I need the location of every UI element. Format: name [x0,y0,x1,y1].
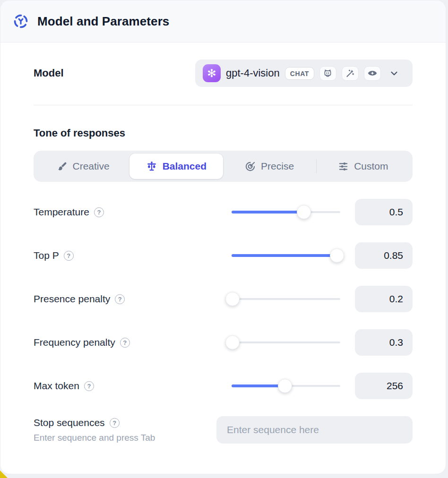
panel-title: Model and Parameters [37,14,169,29]
tab-label: Balanced [163,161,207,172]
slider-knob[interactable] [225,292,240,306]
tab-label: Creative [73,161,110,172]
help-icon[interactable]: ? [120,338,130,348]
frequency-penalty-value[interactable]: 0.3 [355,329,413,356]
presence-penalty-value[interactable]: 0.2 [355,286,413,312]
temperature-value[interactable]: 0.5 [355,199,413,225]
max-token-row: Max token ? 256 [34,373,413,399]
chat-type-badge: CHAT [285,67,314,80]
selected-model-name: gpt-4-vision [226,67,280,79]
stop-sequence-input[interactable] [216,416,413,444]
top-p-row: Top P ? 0.85 [34,242,413,269]
slider-fill [232,384,285,387]
top-p-value[interactable]: 0.85 [355,242,413,269]
slider-track [232,298,340,300]
robot-icon [319,66,336,81]
tab-label: Precise [261,161,294,172]
model-label: Model [34,67,195,79]
max-token-value[interactable]: 256 [355,373,413,399]
help-icon[interactable]: ? [110,418,120,428]
model-select[interactable]: ✻ gpt-4-vision CHAT [195,60,413,87]
sliders-icon [338,161,349,172]
tab-label: Custom [354,161,388,172]
stop-sequences-helper: Enter sequence and press Tab [34,433,216,443]
model-row: Model ✻ gpt-4-vision CHAT [34,60,413,87]
frequency-penalty-row: Frequency penalty ? 0.3 [34,329,413,356]
openai-logo: ✻ [203,64,221,82]
help-icon[interactable]: ? [84,381,94,391]
slider-knob[interactable] [225,335,240,350]
stop-sequences-row: Stop sequences ? Enter sequence and pres… [34,416,413,444]
presence-penalty-label: Presence penalty [34,293,110,305]
slider-fill [232,211,304,213]
tab-creative[interactable]: Creative [36,154,129,179]
tab-balanced[interactable]: Balanced [129,154,223,179]
frequency-penalty-slider[interactable] [232,335,340,350]
chevron-down-icon [389,68,399,78]
slider-knob[interactable] [297,205,311,219]
max-token-label: Max token [34,380,79,392]
help-icon[interactable]: ? [94,207,104,217]
slider-knob[interactable] [330,248,344,263]
tab-custom[interactable]: Custom [317,154,410,179]
model-nodes-icon [13,13,29,29]
magic-wand-icon [342,66,359,81]
paintbrush-icon [57,161,68,172]
tab-precise[interactable]: Precise [223,154,316,179]
tone-tab-bar: Creative Balanced [34,151,413,182]
model-parameters-panel: Model and Parameters Model ✻ gpt-4-visio… [0,0,446,474]
slider-fill [232,254,337,257]
stop-sequences-label: Stop sequences [34,417,105,428]
top-p-label: Top P [34,250,59,261]
temperature-slider[interactable] [232,205,340,219]
section-divider [34,105,413,105]
help-icon[interactable]: ? [64,251,74,261]
target-icon [245,161,256,172]
tone-section-title: Tone of responses [34,127,413,139]
balance-scale-icon [146,161,157,172]
presence-penalty-slider[interactable] [232,292,340,306]
presence-penalty-row: Presence penalty ? 0.2 [34,286,413,312]
temperature-label: Temperature [34,206,89,218]
top-p-slider[interactable] [232,248,340,263]
max-token-slider[interactable] [232,379,340,393]
temperature-row: Temperature ? 0.5 [34,199,413,225]
slider-knob[interactable] [278,379,292,393]
panel-header: Model and Parameters [0,0,446,43]
help-icon[interactable]: ? [115,294,125,304]
vision-eye-icon [364,66,381,81]
slider-track [232,341,340,343]
frequency-penalty-label: Frequency penalty [34,337,115,348]
